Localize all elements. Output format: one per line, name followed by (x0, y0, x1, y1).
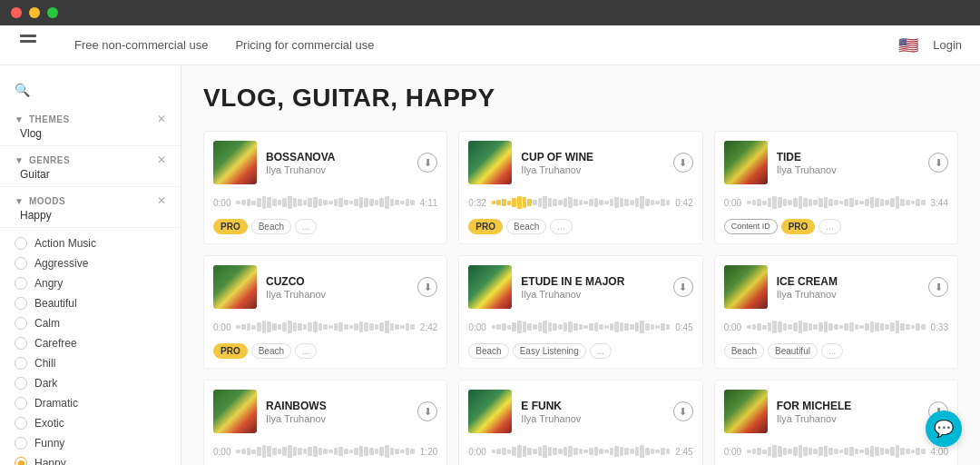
download-button[interactable]: ⬇ (417, 153, 437, 173)
download-button[interactable]: ⬇ (417, 277, 437, 297)
waveform-bar (752, 449, 757, 454)
mood-item[interactable]: Beautiful (0, 293, 181, 313)
mood-item[interactable]: Action Music (0, 233, 181, 253)
mood-item[interactable]: Dramatic (0, 393, 181, 413)
waveform-bar (328, 450, 333, 453)
mood-item[interactable]: Chill (0, 353, 181, 373)
track-thumbnail[interactable] (213, 265, 257, 309)
pricing-link[interactable]: Pricing for commercial use (235, 38, 374, 52)
waveform[interactable] (747, 316, 925, 338)
mood-item[interactable]: Aggressive (0, 253, 181, 273)
main-layout: 🔍 ▼ THEMES ✕ Vlog ▼ GENRES ✕ Guitar (0, 65, 980, 465)
search-icon[interactable]: 🔍 (15, 83, 30, 97)
waveform[interactable] (236, 192, 414, 213)
track-tag[interactable]: PRO (781, 219, 816, 234)
track-tag[interactable]: Beach (251, 219, 291, 234)
download-button[interactable]: ⬇ (928, 153, 948, 173)
track-tag[interactable]: PRO (213, 343, 248, 359)
waveform-bar (803, 198, 808, 207)
waveform-bar (890, 322, 895, 331)
track-thumbnail[interactable] (468, 265, 512, 309)
waveform-bar (666, 449, 671, 454)
track-tag[interactable]: Beautiful (768, 343, 818, 359)
waveform-bar (818, 322, 823, 331)
waveform[interactable] (747, 440, 925, 462)
logo[interactable] (18, 33, 38, 57)
mood-item[interactable]: Funny (0, 433, 181, 453)
track-tag[interactable]: Beach (724, 343, 764, 359)
mood-item[interactable]: Exotic (0, 413, 181, 433)
waveform[interactable] (236, 316, 414, 338)
download-button[interactable]: ⬇ (417, 401, 437, 421)
flag-icon[interactable]: 🇺🇸 (898, 35, 918, 55)
mood-label: Beautiful (34, 297, 77, 310)
track-tag[interactable]: ... (295, 219, 317, 234)
moods-close-icon[interactable]: ✕ (157, 194, 166, 207)
track-main: ICE CREAM Ilya Truhanov ⬇ (724, 265, 948, 309)
track-tag[interactable]: ... (550, 219, 572, 234)
waveform[interactable] (492, 316, 670, 338)
free-use-link[interactable]: Free non-commercial use (74, 38, 208, 52)
track-tag[interactable]: Beach (251, 343, 291, 359)
track-tag[interactable]: Content ID (724, 219, 778, 234)
track-tag[interactable]: ... (295, 343, 317, 359)
track-title: E FUNK (521, 400, 663, 412)
track-tag[interactable]: PRO (213, 219, 248, 234)
mood-radio (15, 237, 27, 250)
chat-button[interactable]: 💬 (926, 411, 962, 447)
waveform-bar (523, 322, 527, 332)
waveform-bar (278, 449, 282, 454)
themes-header[interactable]: ▼ THEMES ✕ (0, 105, 181, 127)
close-button[interactable] (11, 7, 22, 18)
waveform-bar (599, 200, 603, 205)
moods-header[interactable]: ▼ MOODS ✕ (0, 187, 181, 209)
track-thumbnail[interactable] (724, 390, 768, 433)
track-tag[interactable]: ... (590, 343, 612, 359)
waveform-bar (834, 200, 838, 205)
track-thumbnail[interactable] (724, 141, 768, 184)
genres-header[interactable]: ▼ GENRES ✕ (0, 146, 181, 168)
waveform-bar (865, 448, 869, 455)
waveform[interactable] (492, 440, 670, 462)
waveform[interactable] (236, 440, 414, 462)
track-thumbnail[interactable] (468, 141, 512, 184)
waveform-bar (828, 448, 833, 455)
track-tag[interactable]: Beach (506, 219, 546, 234)
track-tag[interactable]: Beach (468, 343, 508, 359)
track-thumbnail[interactable] (724, 265, 768, 309)
waveform-bar (385, 445, 389, 458)
mood-item[interactable]: Calm (0, 313, 181, 333)
login-button[interactable]: Login (933, 38, 962, 52)
genres-close-icon[interactable]: ✕ (157, 153, 166, 166)
maximize-button[interactable] (47, 7, 58, 18)
waveform-bar (303, 449, 308, 454)
waveform-bar (573, 323, 578, 331)
download-button[interactable]: ⬇ (928, 277, 948, 297)
track-main: FOR MICHELE Ilya Truhanov ⬇ (724, 390, 948, 433)
track-tag[interactable]: PRO (468, 219, 503, 234)
track-thumbnail[interactable] (468, 390, 512, 433)
time-end: 0:33 (931, 322, 948, 332)
waveform[interactable] (492, 192, 670, 213)
mood-item[interactable]: Angry (0, 273, 181, 293)
mood-item[interactable]: Happy (0, 453, 181, 465)
track-thumbnail[interactable] (213, 141, 257, 184)
track-tag[interactable]: ... (818, 219, 840, 234)
waveform-bar (762, 325, 767, 330)
mood-item[interactable]: Dark (0, 373, 181, 393)
waveform-bar (251, 325, 256, 330)
waveform-bar (855, 200, 859, 205)
mood-item[interactable]: Carefree (0, 333, 181, 353)
minimize-button[interactable] (29, 7, 40, 18)
track-tag[interactable]: ... (821, 343, 843, 359)
mood-label: Angry (34, 277, 63, 290)
waveform-bar (523, 446, 527, 457)
track-tag[interactable]: Easy Listening (513, 343, 586, 359)
waveform-bar (564, 198, 568, 207)
track-thumbnail[interactable] (213, 390, 257, 433)
download-button[interactable]: ⬇ (673, 153, 693, 173)
download-button[interactable]: ⬇ (673, 277, 693, 297)
waveform[interactable] (747, 192, 925, 213)
download-button[interactable]: ⬇ (673, 401, 693, 421)
themes-close-icon[interactable]: ✕ (157, 113, 166, 125)
